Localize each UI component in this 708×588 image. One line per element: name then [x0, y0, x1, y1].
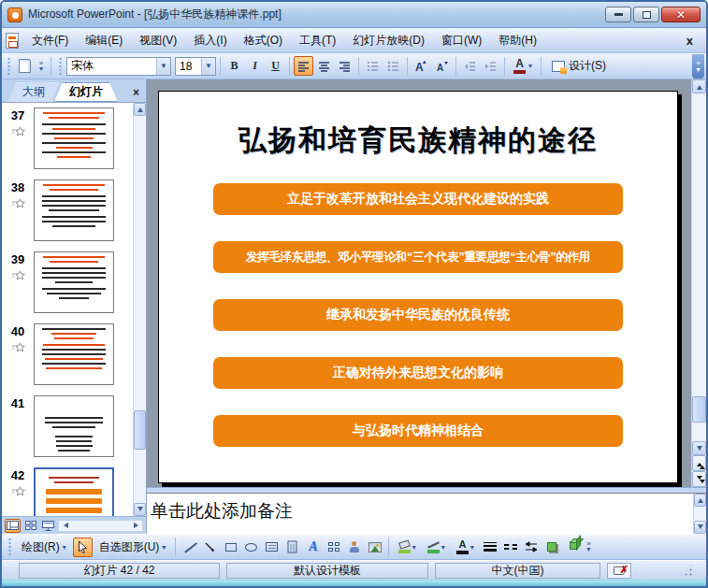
- slide-bar-2[interactable]: 发挥毛泽东思想、邓小平理论和“三个代表”重要思想“主心骨”的作用: [213, 241, 623, 273]
- design-template-indicator[interactable]: 默认设计模板: [226, 563, 428, 579]
- language-indicator[interactable]: 中文(中国): [435, 563, 600, 579]
- slide-thumbnail-selected[interactable]: [34, 467, 114, 516]
- toolbar-options-icon[interactable]: »▾: [583, 538, 594, 557]
- autoshapes-menu-button[interactable]: 自选图形(U)▾: [94, 538, 172, 557]
- insert-picture-button[interactable]: [365, 538, 384, 557]
- dash-style-button[interactable]: [500, 538, 520, 557]
- thumbnails-scrollbar[interactable]: [133, 103, 146, 516]
- menu-format[interactable]: 格式(O): [237, 29, 290, 52]
- normal-view-button[interactable]: [5, 519, 21, 533]
- menu-file[interactable]: 文件(F): [24, 29, 76, 52]
- scroll-up-button[interactable]: [694, 494, 706, 507]
- slide-title[interactable]: 弘扬和培育民族精神的途径: [159, 122, 677, 160]
- scroll-down-button[interactable]: [694, 521, 706, 534]
- slide-thumbnail[interactable]: [34, 323, 114, 385]
- slide-thumbnail-row[interactable]: 37: [2, 108, 133, 169]
- vertical-text-box-button[interactable]: [282, 538, 302, 557]
- slide-bar-3[interactable]: 继承和发扬中华民族的优良传统: [213, 299, 623, 331]
- menu-insert[interactable]: 插入(I): [186, 29, 234, 52]
- toolbar-grip[interactable]: [58, 57, 63, 76]
- draw-font-color-button[interactable]: A ▾: [451, 538, 479, 557]
- select-objects-button[interactable]: [73, 538, 93, 557]
- tab-outline[interactable]: 大纲: [7, 82, 60, 102]
- new-document-button[interactable]: [15, 56, 35, 76]
- close-document-button[interactable]: x: [679, 34, 701, 48]
- menu-help[interactable]: 帮助(H): [491, 29, 544, 52]
- diagram-button[interactable]: [324, 538, 343, 557]
- slide-bar-5[interactable]: 与弘扬时代精神相结合: [213, 415, 623, 447]
- close-pane-button[interactable]: ×: [128, 84, 144, 100]
- slide-thumbnail-row[interactable]: 40: [2, 323, 133, 385]
- increase-font-size-button[interactable]: A: [412, 56, 431, 76]
- slideshow-view-button[interactable]: [40, 519, 56, 533]
- scroll-up-button[interactable]: [134, 103, 146, 116]
- toolbar-options-icon[interactable]: »▾: [36, 56, 47, 76]
- horizontal-scrollbar[interactable]: [58, 520, 143, 532]
- slide-bar-4[interactable]: 正确对待外来思想文化的影响: [213, 357, 623, 389]
- menu-window[interactable]: 窗口(W): [434, 29, 489, 52]
- menu-tools[interactable]: 工具(T): [292, 29, 343, 52]
- slide-thumbnail-row[interactable]: 39: [2, 251, 133, 313]
- wordart-button[interactable]: A: [303, 538, 323, 557]
- scroll-up-button[interactable]: [692, 79, 706, 93]
- slide-bar-1[interactable]: 立足于改革开放和社会主义现代化建设的实践: [213, 183, 623, 215]
- slide-thumbnail[interactable]: [34, 108, 114, 169]
- bold-button[interactable]: B: [224, 56, 244, 76]
- scroll-down-button[interactable]: [134, 503, 146, 516]
- align-left-button[interactable]: [294, 56, 313, 76]
- align-center-button[interactable]: [314, 56, 334, 76]
- notes-scrollbar[interactable]: [693, 494, 706, 534]
- line-style-button[interactable]: [480, 538, 499, 557]
- slide-thumbnail[interactable]: [34, 395, 114, 457]
- arrow-tool-button[interactable]: [200, 538, 220, 557]
- scrollbar-thumb[interactable]: [134, 410, 146, 450]
- font-color-button[interactable]: A ▾: [509, 56, 537, 76]
- slide-thumbnail[interactable]: [34, 251, 114, 313]
- spell-check-status[interactable]: ✗: [607, 563, 631, 579]
- font-name-combobox[interactable]: 宋体 ▼: [66, 57, 171, 76]
- scroll-down-button[interactable]: [692, 441, 706, 455]
- close-button[interactable]: ✕: [661, 7, 701, 22]
- scroll-left-button[interactable]: [59, 521, 71, 531]
- slide-scrollbar[interactable]: [691, 79, 706, 487]
- decrease-indent-button[interactable]: [460, 56, 480, 76]
- chevron-down-icon[interactable]: ▼: [156, 58, 170, 75]
- restore-button[interactable]: [633, 7, 659, 22]
- slide-design-button[interactable]: 设计(S): [545, 56, 613, 76]
- oval-tool-button[interactable]: [241, 538, 261, 557]
- font-size-combobox[interactable]: 18 ▼: [175, 57, 216, 76]
- slide-thumbnail-row[interactable]: 41: [2, 395, 133, 457]
- slide-thumbnail-row[interactable]: 38: [2, 179, 133, 241]
- notes-pane[interactable]: 单击此处添加备注: [147, 493, 706, 534]
- current-slide[interactable]: 弘扬和培育民族精神的途径 立足于改革开放和社会主义现代化建设的实践 发挥毛泽东思…: [158, 91, 678, 483]
- shadow-style-button[interactable]: [542, 538, 561, 557]
- italic-button[interactable]: I: [245, 56, 265, 76]
- text-box-button[interactable]: [262, 538, 282, 557]
- scrollbar-thumb[interactable]: [692, 396, 706, 423]
- line-tool-button[interactable]: [180, 538, 199, 557]
- 3d-style-button[interactable]: [562, 538, 582, 557]
- tab-slides[interactable]: 幻灯片: [54, 82, 118, 102]
- arrow-style-button[interactable]: [521, 538, 541, 557]
- scroll-right-button[interactable]: [130, 521, 142, 531]
- menu-edit[interactable]: 编辑(E): [78, 29, 130, 52]
- resize-grip[interactable]: [680, 564, 693, 577]
- underline-button[interactable]: U: [266, 56, 285, 76]
- numbered-list-button[interactable]: [363, 56, 383, 76]
- slide-sorter-view-button[interactable]: [22, 519, 38, 533]
- fill-color-button[interactable]: ▾: [393, 538, 421, 557]
- minimize-button[interactable]: [605, 7, 631, 22]
- notes-placeholder[interactable]: 单击此处添加备注: [147, 494, 706, 523]
- align-right-button[interactable]: [335, 56, 354, 76]
- toolbar-overflow-icon[interactable]: »▾: [692, 54, 704, 79]
- toolbar-grip[interactable]: [7, 57, 11, 76]
- chevron-down-icon[interactable]: ▼: [201, 58, 215, 75]
- rectangle-tool-button[interactable]: [221, 538, 240, 557]
- draw-menu-button[interactable]: 绘图(R)▾: [16, 538, 72, 557]
- line-color-button[interactable]: ▾: [422, 538, 450, 557]
- slide-thumbnail[interactable]: [34, 179, 114, 241]
- decrease-font-size-button[interactable]: A: [432, 56, 452, 76]
- document-icon[interactable]: [6, 33, 19, 49]
- toolbar-grip[interactable]: [7, 538, 12, 556]
- menu-view[interactable]: 视图(V): [132, 29, 184, 52]
